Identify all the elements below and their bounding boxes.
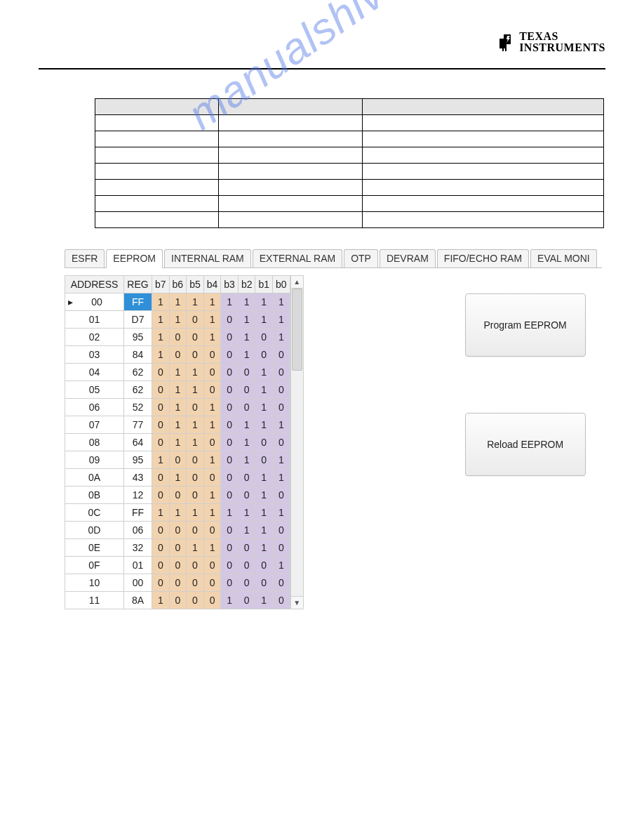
cell-bit[interactable]: 0	[221, 364, 239, 381]
cell-bit[interactable]: 0	[221, 469, 239, 486]
cell-bit[interactable]: 0	[152, 416, 170, 434]
table-row[interactable]: 0A4301000011	[65, 469, 290, 486]
cell-bit[interactable]: 0	[152, 381, 170, 399]
tab-internal-ram[interactable]: INTERNAL RAM	[164, 249, 251, 267]
table-row[interactable]: 046201100010	[65, 364, 290, 381]
cell-bit[interactable]: 1	[238, 451, 255, 469]
cell-bit[interactable]: 0	[169, 346, 187, 364]
cell-bit[interactable]: 0	[203, 346, 221, 364]
tab-eeprom[interactable]: EEPROM	[106, 249, 163, 268]
cell-bit[interactable]: 0	[187, 557, 204, 574]
cell-reg[interactable]: 95	[124, 329, 152, 346]
cell-address[interactable]: 08	[65, 434, 124, 451]
cell-bit[interactable]: 0	[221, 557, 239, 574]
cell-bit[interactable]: 1	[273, 293, 290, 311]
cell-reg[interactable]: 84	[124, 346, 152, 364]
cell-bit[interactable]: 1	[187, 381, 204, 399]
cell-bit[interactable]: 0	[238, 469, 255, 486]
cell-bit[interactable]: 1	[203, 539, 221, 557]
table-row[interactable]: 0E3200110010	[65, 539, 290, 557]
cell-address[interactable]: ▸00	[65, 293, 124, 311]
cell-bit[interactable]: 1	[152, 504, 170, 522]
cell-bit[interactable]: 1	[152, 311, 170, 329]
cell-bit[interactable]: 0	[152, 469, 170, 486]
cell-bit[interactable]: 1	[203, 293, 221, 311]
cell-bit[interactable]: 1	[238, 416, 255, 434]
cell-bit[interactable]: 1	[187, 539, 204, 557]
cell-bit[interactable]: 0	[187, 311, 204, 329]
cell-bit[interactable]: 1	[203, 486, 221, 504]
cell-bit[interactable]: 1	[152, 293, 170, 311]
cell-bit[interactable]: 0	[187, 346, 204, 364]
cell-bit[interactable]: 1	[238, 434, 255, 451]
cell-address[interactable]: 03	[65, 346, 124, 364]
cell-bit[interactable]: 0	[169, 539, 187, 557]
cell-bit[interactable]: 0	[273, 539, 290, 557]
cell-bit[interactable]: 0	[273, 364, 290, 381]
table-row[interactable]: 056201100010	[65, 381, 290, 399]
cell-reg[interactable]: 64	[124, 434, 152, 451]
reload-eeprom-button[interactable]: Reload EEPROM	[465, 413, 586, 476]
cell-bit[interactable]: 1	[255, 486, 273, 504]
scrollbar-up-arrow-icon[interactable]: ▲	[291, 276, 303, 289]
cell-bit[interactable]: 0	[221, 451, 239, 469]
cell-bit[interactable]: 0	[152, 364, 170, 381]
cell-bit[interactable]: 1	[238, 293, 255, 311]
cell-bit[interactable]: 0	[152, 539, 170, 557]
cell-bit[interactable]: 1	[273, 451, 290, 469]
cell-bit[interactable]: 0	[169, 329, 187, 346]
cell-bit[interactable]: 0	[238, 574, 255, 592]
grid-scrollbar[interactable]: ▲ ▼	[290, 275, 304, 609]
cell-reg[interactable]: FF	[124, 293, 152, 311]
cell-bit[interactable]: 0	[221, 329, 239, 346]
cell-bit[interactable]: 0	[255, 329, 273, 346]
cell-bit[interactable]: 0	[203, 557, 221, 574]
cell-bit[interactable]: 1	[255, 311, 273, 329]
cell-address[interactable]: 02	[65, 329, 124, 346]
cell-bit[interactable]: 1	[169, 381, 187, 399]
cell-bit[interactable]: 1	[187, 504, 204, 522]
cell-bit[interactable]: 0	[203, 434, 221, 451]
table-row[interactable]: 099510010101	[65, 451, 290, 469]
table-row[interactable]: 01D711010111	[65, 311, 290, 329]
cell-bit[interactable]: 1	[203, 504, 221, 522]
cell-bit[interactable]: 0	[203, 522, 221, 539]
cell-bit[interactable]: 0	[187, 486, 204, 504]
cell-reg[interactable]: 32	[124, 539, 152, 557]
cell-bit[interactable]: 1	[169, 434, 187, 451]
cell-bit[interactable]: 0	[203, 381, 221, 399]
scrollbar-down-arrow-icon[interactable]: ▼	[291, 596, 303, 609]
table-row[interactable]: 0B1200010010	[65, 486, 290, 504]
cell-address[interactable]: 0B	[65, 486, 124, 504]
tab-devram[interactable]: DEVRAM	[380, 249, 436, 267]
cell-bit[interactable]: 0	[221, 381, 239, 399]
cell-bit[interactable]: 1	[203, 329, 221, 346]
cell-bit[interactable]: 0	[187, 574, 204, 592]
cell-bit[interactable]: 1	[203, 451, 221, 469]
cell-bit[interactable]: 1	[187, 364, 204, 381]
cell-bit[interactable]: 0	[203, 592, 221, 609]
cell-bit[interactable]: 0	[221, 486, 239, 504]
cell-bit[interactable]: 1	[203, 311, 221, 329]
cell-reg[interactable]: 95	[124, 451, 152, 469]
cell-bit[interactable]: 0	[187, 329, 204, 346]
cell-bit[interactable]: 0	[152, 399, 170, 416]
cell-bit[interactable]: 1	[169, 293, 187, 311]
cell-bit[interactable]: 0	[255, 574, 273, 592]
cell-address[interactable]: 10	[65, 574, 124, 592]
cell-bit[interactable]: 0	[221, 346, 239, 364]
cell-reg[interactable]: 62	[124, 381, 152, 399]
cell-bit[interactable]: 1	[273, 311, 290, 329]
table-row[interactable]: 077701110111	[65, 416, 290, 434]
cell-bit[interactable]: 0	[203, 364, 221, 381]
cell-reg[interactable]: 43	[124, 469, 152, 486]
cell-bit[interactable]: 1	[187, 416, 204, 434]
table-row[interactable]: 038410000100	[65, 346, 290, 364]
cell-bit[interactable]: 1	[152, 329, 170, 346]
cell-reg[interactable]: 52	[124, 399, 152, 416]
cell-bit[interactable]: 0	[221, 416, 239, 434]
cell-bit[interactable]: 1	[187, 434, 204, 451]
cell-bit[interactable]: 0	[187, 399, 204, 416]
cell-reg[interactable]: 01	[124, 557, 152, 574]
table-row[interactable]: 118A10001010	[65, 592, 290, 609]
